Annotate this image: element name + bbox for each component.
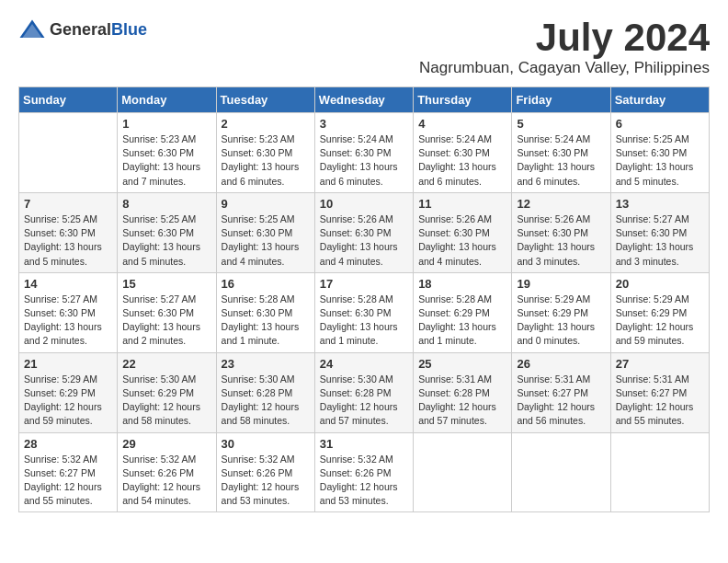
day-info: Sunrise: 5:26 AM Sunset: 6:30 PM Dayligh… bbox=[418, 213, 506, 269]
day-info: Sunrise: 5:28 AM Sunset: 6:30 PM Dayligh… bbox=[222, 293, 310, 349]
day-info: Sunrise: 5:29 AM Sunset: 6:29 PM Dayligh… bbox=[24, 373, 112, 429]
calendar-cell: 12Sunrise: 5:26 AM Sunset: 6:30 PM Dayli… bbox=[512, 192, 610, 272]
calendar-cell: 11Sunrise: 5:26 AM Sunset: 6:30 PM Dayli… bbox=[414, 192, 512, 272]
calendar-header-sunday: Sunday bbox=[19, 87, 118, 113]
day-info: Sunrise: 5:25 AM Sunset: 6:30 PM Dayligh… bbox=[222, 213, 310, 269]
calendar-week-row: 1Sunrise: 5:23 AM Sunset: 6:30 PM Daylig… bbox=[19, 113, 710, 193]
day-info: Sunrise: 5:26 AM Sunset: 6:30 PM Dayligh… bbox=[517, 213, 605, 269]
day-number: 12 bbox=[517, 197, 605, 211]
calendar-cell: 20Sunrise: 5:29 AM Sunset: 6:29 PM Dayli… bbox=[610, 272, 709, 352]
day-number: 3 bbox=[320, 117, 408, 131]
day-number: 22 bbox=[122, 357, 210, 371]
logo-icon bbox=[18, 18, 46, 40]
day-number: 20 bbox=[616, 277, 704, 291]
calendar-table: SundayMondayTuesdayWednesdayThursdayFrid… bbox=[18, 86, 710, 512]
calendar-cell: 8Sunrise: 5:25 AM Sunset: 6:30 PM Daylig… bbox=[118, 192, 216, 272]
day-info: Sunrise: 5:32 AM Sunset: 6:26 PM Dayligh… bbox=[122, 453, 210, 509]
day-info: Sunrise: 5:25 AM Sunset: 6:30 PM Dayligh… bbox=[616, 132, 704, 189]
day-number: 31 bbox=[320, 437, 408, 451]
calendar-cell bbox=[19, 113, 118, 193]
day-info: Sunrise: 5:27 AM Sunset: 6:30 PM Dayligh… bbox=[24, 293, 112, 349]
calendar-cell: 6Sunrise: 5:25 AM Sunset: 6:30 PM Daylig… bbox=[610, 113, 709, 193]
day-info: Sunrise: 5:26 AM Sunset: 6:30 PM Dayligh… bbox=[320, 213, 408, 269]
day-number: 8 bbox=[122, 197, 210, 211]
calendar-cell: 16Sunrise: 5:28 AM Sunset: 6:30 PM Dayli… bbox=[216, 272, 314, 352]
calendar-header-tuesday: Tuesday bbox=[216, 87, 314, 113]
calendar-cell: 3Sunrise: 5:24 AM Sunset: 6:30 PM Daylig… bbox=[314, 113, 413, 193]
calendar-cell: 29Sunrise: 5:32 AM Sunset: 6:26 PM Dayli… bbox=[118, 432, 216, 512]
day-number: 7 bbox=[24, 197, 112, 211]
calendar-header-saturday: Saturday bbox=[610, 87, 709, 113]
calendar-cell: 25Sunrise: 5:31 AM Sunset: 6:28 PM Dayli… bbox=[414, 352, 512, 432]
day-number: 9 bbox=[222, 197, 310, 211]
day-number: 18 bbox=[418, 277, 506, 291]
day-number: 25 bbox=[418, 357, 506, 371]
calendar-week-row: 28Sunrise: 5:32 AM Sunset: 6:27 PM Dayli… bbox=[19, 432, 710, 512]
calendar-cell: 15Sunrise: 5:27 AM Sunset: 6:30 PM Dayli… bbox=[118, 272, 216, 352]
calendar-week-row: 21Sunrise: 5:29 AM Sunset: 6:29 PM Dayli… bbox=[19, 352, 710, 432]
calendar-cell: 21Sunrise: 5:29 AM Sunset: 6:29 PM Dayli… bbox=[19, 352, 118, 432]
day-number: 14 bbox=[24, 277, 112, 291]
day-number: 21 bbox=[24, 357, 112, 371]
day-number: 19 bbox=[517, 277, 605, 291]
calendar-cell: 27Sunrise: 5:31 AM Sunset: 6:27 PM Dayli… bbox=[610, 352, 709, 432]
day-number: 10 bbox=[320, 197, 408, 211]
calendar-header-wednesday: Wednesday bbox=[314, 87, 413, 113]
day-info: Sunrise: 5:24 AM Sunset: 6:30 PM Dayligh… bbox=[320, 132, 408, 189]
calendar-cell: 1Sunrise: 5:23 AM Sunset: 6:30 PM Daylig… bbox=[118, 113, 216, 193]
calendar-week-row: 14Sunrise: 5:27 AM Sunset: 6:30 PM Dayli… bbox=[19, 272, 710, 352]
calendar-cell: 17Sunrise: 5:28 AM Sunset: 6:30 PM Dayli… bbox=[314, 272, 413, 352]
calendar-header-monday: Monday bbox=[118, 87, 216, 113]
day-number: 1 bbox=[122, 117, 210, 131]
calendar-cell: 7Sunrise: 5:25 AM Sunset: 6:30 PM Daylig… bbox=[19, 192, 118, 272]
day-info: Sunrise: 5:23 AM Sunset: 6:30 PM Dayligh… bbox=[122, 132, 210, 189]
calendar-cell: 30Sunrise: 5:32 AM Sunset: 6:26 PM Dayli… bbox=[216, 432, 314, 512]
day-number: 29 bbox=[122, 437, 210, 451]
day-number: 15 bbox=[122, 277, 210, 291]
header: GeneralBlue July 2024 Nagrumbuan, Cagaya… bbox=[18, 18, 710, 77]
logo-text-general: General bbox=[50, 20, 111, 39]
day-number: 4 bbox=[418, 117, 506, 131]
calendar-cell: 5Sunrise: 5:24 AM Sunset: 6:30 PM Daylig… bbox=[512, 113, 610, 193]
calendar-cell bbox=[610, 432, 709, 512]
day-info: Sunrise: 5:29 AM Sunset: 6:29 PM Dayligh… bbox=[517, 293, 605, 349]
day-info: Sunrise: 5:28 AM Sunset: 6:29 PM Dayligh… bbox=[418, 293, 506, 349]
location-title: Nagrumbuan, Cagayan Valley, Philippines bbox=[419, 59, 710, 77]
day-number: 6 bbox=[616, 117, 704, 131]
day-info: Sunrise: 5:23 AM Sunset: 6:30 PM Dayligh… bbox=[222, 132, 310, 189]
calendar-cell: 31Sunrise: 5:32 AM Sunset: 6:26 PM Dayli… bbox=[314, 432, 413, 512]
day-number: 26 bbox=[517, 357, 605, 371]
day-info: Sunrise: 5:32 AM Sunset: 6:26 PM Dayligh… bbox=[222, 453, 310, 509]
day-info: Sunrise: 5:25 AM Sunset: 6:30 PM Dayligh… bbox=[24, 213, 112, 269]
calendar-cell: 28Sunrise: 5:32 AM Sunset: 6:27 PM Dayli… bbox=[19, 432, 118, 512]
day-number: 13 bbox=[616, 197, 704, 211]
logo: GeneralBlue bbox=[18, 18, 147, 40]
day-info: Sunrise: 5:27 AM Sunset: 6:30 PM Dayligh… bbox=[616, 213, 704, 269]
calendar-cell: 2Sunrise: 5:23 AM Sunset: 6:30 PM Daylig… bbox=[216, 113, 314, 193]
day-info: Sunrise: 5:27 AM Sunset: 6:30 PM Dayligh… bbox=[122, 293, 210, 349]
calendar-header-row: SundayMondayTuesdayWednesdayThursdayFrid… bbox=[19, 87, 710, 113]
day-info: Sunrise: 5:25 AM Sunset: 6:30 PM Dayligh… bbox=[122, 213, 210, 269]
day-number: 30 bbox=[222, 437, 310, 451]
title-area: July 2024 Nagrumbuan, Cagayan Valley, Ph… bbox=[419, 18, 710, 77]
calendar-cell: 23Sunrise: 5:30 AM Sunset: 6:28 PM Dayli… bbox=[216, 352, 314, 432]
day-number: 2 bbox=[222, 117, 310, 131]
calendar-cell: 13Sunrise: 5:27 AM Sunset: 6:30 PM Dayli… bbox=[610, 192, 709, 272]
day-info: Sunrise: 5:30 AM Sunset: 6:28 PM Dayligh… bbox=[320, 373, 408, 429]
day-number: 23 bbox=[222, 357, 310, 371]
calendar-cell bbox=[512, 432, 610, 512]
day-info: Sunrise: 5:30 AM Sunset: 6:29 PM Dayligh… bbox=[122, 373, 210, 429]
day-number: 27 bbox=[616, 357, 704, 371]
calendar-header-friday: Friday bbox=[512, 87, 610, 113]
calendar-cell: 24Sunrise: 5:30 AM Sunset: 6:28 PM Dayli… bbox=[314, 352, 413, 432]
day-info: Sunrise: 5:29 AM Sunset: 6:29 PM Dayligh… bbox=[616, 293, 704, 349]
calendar-week-row: 7Sunrise: 5:25 AM Sunset: 6:30 PM Daylig… bbox=[19, 192, 710, 272]
day-number: 5 bbox=[517, 117, 605, 131]
day-info: Sunrise: 5:31 AM Sunset: 6:28 PM Dayligh… bbox=[418, 373, 506, 429]
calendar-cell bbox=[414, 432, 512, 512]
calendar-cell: 26Sunrise: 5:31 AM Sunset: 6:27 PM Dayli… bbox=[512, 352, 610, 432]
day-info: Sunrise: 5:32 AM Sunset: 6:26 PM Dayligh… bbox=[320, 453, 408, 509]
calendar-cell: 19Sunrise: 5:29 AM Sunset: 6:29 PM Dayli… bbox=[512, 272, 610, 352]
calendar-cell: 10Sunrise: 5:26 AM Sunset: 6:30 PM Dayli… bbox=[314, 192, 413, 272]
day-info: Sunrise: 5:24 AM Sunset: 6:30 PM Dayligh… bbox=[418, 132, 506, 189]
